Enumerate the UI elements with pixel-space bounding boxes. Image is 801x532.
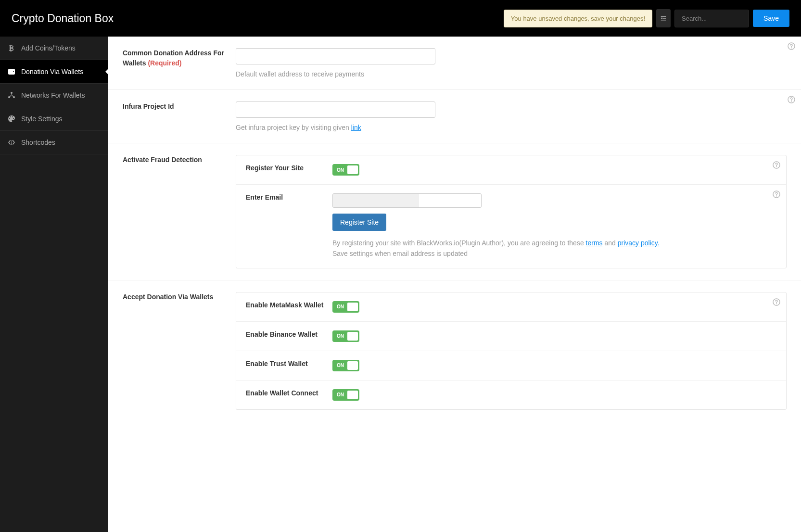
sidebar-item-label: Shortcodes xyxy=(21,139,55,146)
help-icon[interactable] xyxy=(773,190,780,198)
walletconnect-toggle[interactable]: ON xyxy=(332,389,359,401)
wallet-connect-row: Enable Wallet Connect ON xyxy=(236,380,786,409)
field-label: Accept Donation Via Wallets xyxy=(123,292,236,410)
field-fraud-detection: Activate Fraud Detection Register Your S… xyxy=(108,143,801,280)
sidebar-item-networks[interactable]: Networks For Wallets xyxy=(0,84,108,107)
toggle-knob xyxy=(347,303,358,311)
help-icon[interactable] xyxy=(788,96,795,103)
palette-icon xyxy=(8,115,15,123)
metamask-toggle[interactable]: ON xyxy=(332,301,359,313)
toggle-on-label: ON xyxy=(334,392,344,397)
code-icon xyxy=(8,139,15,146)
help-icon[interactable] xyxy=(773,298,780,306)
panel-label: Enable Trust Wallet xyxy=(246,360,332,367)
field-label: Common Donation Address For Wallets (Req… xyxy=(123,48,236,78)
svg-point-0 xyxy=(11,92,13,94)
panel-label: Enable Wallet Connect xyxy=(246,389,332,397)
toggle-on-label: ON xyxy=(334,304,344,309)
wallets-panel: Enable MetaMask Wallet ON Enable Binance… xyxy=(236,292,787,410)
field-label: Infura Project Id xyxy=(123,101,236,131)
required-tag: (Required) xyxy=(148,59,181,67)
collapse-icon xyxy=(660,15,667,22)
sidebar-item-add-coins[interactable]: Add Coins/Tokens xyxy=(0,37,108,60)
toggle-on-label: ON xyxy=(334,333,344,339)
field-donation-address: Common Donation Address For Wallets (Req… xyxy=(108,37,801,90)
terms-link[interactable]: terms xyxy=(586,239,603,247)
toggle-knob xyxy=(347,332,358,341)
field-label: Activate Fraud Detection xyxy=(123,155,236,268)
search-input[interactable] xyxy=(674,10,749,27)
sidebar: Add Coins/Tokens Donation Via Wallets Ne… xyxy=(0,37,108,532)
panel-label: Enter Email xyxy=(246,193,332,201)
panel-label: Enable Binance Wallet xyxy=(246,330,332,338)
sidebar-item-style[interactable]: Style Settings xyxy=(0,107,108,131)
help-text: Get infura project key by visiting given… xyxy=(236,124,787,131)
binance-toggle[interactable]: ON xyxy=(332,330,359,342)
register-site-toggle[interactable]: ON xyxy=(332,164,359,176)
sidebar-item-label: Donation Via Wallets xyxy=(21,68,83,76)
toggle-knob xyxy=(347,361,358,370)
unsaved-changes-banner: You have unsaved changes, save your chan… xyxy=(504,10,652,27)
sidebar-item-label: Style Settings xyxy=(21,115,63,123)
toggle-knob xyxy=(347,391,358,399)
save-button[interactable]: Save xyxy=(753,10,789,27)
wallet-binance-row: Enable Binance Wallet ON xyxy=(236,322,786,351)
enter-email-row: Enter Email Register Site By registering… xyxy=(236,185,786,268)
infura-id-input[interactable] xyxy=(236,101,435,118)
app-title: Crypto Donation Box xyxy=(12,12,114,25)
sidebar-item-shortcodes[interactable]: Shortcodes xyxy=(0,131,108,154)
register-site-button[interactable]: Register Site xyxy=(332,214,386,231)
help-text: Default wallet address to receive paymen… xyxy=(236,70,787,78)
topbar-right: You have unsaved changes, save your chan… xyxy=(504,9,789,27)
infura-link[interactable]: link xyxy=(351,124,361,131)
panel-label: Enable MetaMask Wallet xyxy=(246,301,332,309)
trust-toggle[interactable]: ON xyxy=(332,360,359,371)
wallet-trust-row: Enable Trust Wallet ON xyxy=(236,351,786,380)
top-bar: Crypto Donation Box You have unsaved cha… xyxy=(0,0,801,37)
toggle-on-label: ON xyxy=(334,167,344,173)
field-infura: Infura Project Id Get infura project key… xyxy=(108,90,801,143)
network-icon xyxy=(8,91,15,99)
agreement-text: By registering your site with BlackWorks… xyxy=(332,238,776,259)
panel-label: Register Your Site xyxy=(246,164,332,172)
sidebar-item-label: Add Coins/Tokens xyxy=(21,44,76,52)
bitcoin-icon xyxy=(8,44,15,52)
help-icon[interactable] xyxy=(773,161,780,169)
field-accept-wallets: Accept Donation Via Wallets Enable MetaM… xyxy=(108,280,801,421)
main-content: Common Donation Address For Wallets (Req… xyxy=(108,37,801,532)
help-icon[interactable] xyxy=(788,42,795,50)
toggle-on-label: ON xyxy=(334,363,344,368)
toggle-knob xyxy=(347,165,358,174)
wallet-metamask-row: Enable MetaMask Wallet ON xyxy=(236,292,786,322)
sidebar-collapse-button[interactable] xyxy=(656,9,671,27)
sidebar-item-donation-wallets[interactable]: Donation Via Wallets xyxy=(0,60,108,84)
wallet-icon xyxy=(8,68,15,76)
donation-address-input[interactable] xyxy=(236,48,435,64)
fraud-detection-panel: Register Your Site ON Enter Email xyxy=(236,155,787,268)
privacy-link[interactable]: privacy policy. xyxy=(618,239,660,247)
sidebar-item-label: Networks For Wallets xyxy=(21,91,85,99)
register-site-row: Register Your Site ON xyxy=(236,155,786,185)
email-input[interactable] xyxy=(332,193,482,208)
